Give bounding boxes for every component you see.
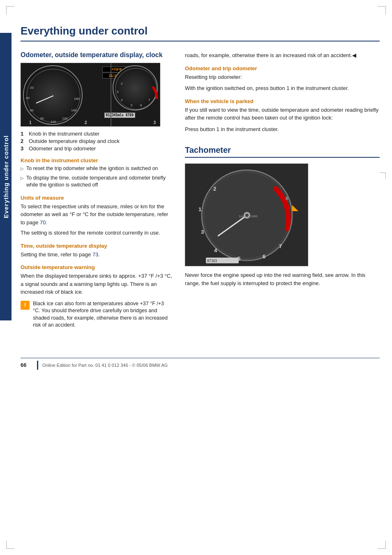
subsection-heading-time: Time, outside temperature display xyxy=(21,243,173,249)
crop-mark-br xyxy=(378,541,386,549)
odo-body1: Resetting trip odometer: xyxy=(185,73,380,81)
numbered-items-list: 1 Knob in the instrument cluster 2 Outsi… xyxy=(21,131,173,152)
numbered-item-2: 2 Outside temperature display and clock xyxy=(21,138,173,144)
svg-text:60: 60 xyxy=(30,108,34,112)
subsection-heading-outside-temp: Outside temperature warning xyxy=(21,264,173,270)
triangle-icon-1: ▷ xyxy=(21,166,24,173)
svg-text:140: 140 xyxy=(71,108,77,112)
numbered-item-3: 3 Odometer and trip odometer xyxy=(21,145,173,152)
instrument-cluster-image: 20 40 60 80 100 120 140 160 +74°F xyxy=(21,63,160,127)
page-title: Everything under control xyxy=(21,25,380,41)
triangle-icon-2: ▷ xyxy=(21,175,24,189)
speedo-svg: 20 40 60 80 100 120 140 160 xyxy=(24,66,83,125)
item-text-1: Knob in the instrument cluster xyxy=(29,131,99,137)
footer-divider xyxy=(37,361,38,370)
left-column: Odometer, outside temperature display, c… xyxy=(21,51,173,329)
tachometer-heading: Tachometer xyxy=(185,145,380,158)
image-divider xyxy=(111,63,111,126)
item-text-3: Odometer and trip odometer xyxy=(29,145,96,152)
units-page-link[interactable]: 70 xyxy=(40,219,46,226)
svg-text:3: 3 xyxy=(117,90,119,94)
label-2: 2 xyxy=(85,120,87,125)
svg-text:4: 4 xyxy=(214,247,217,253)
tachometer-gauge-small: 2 3 4 5 6 7 xyxy=(113,65,158,111)
warning-box: ! Black ice can also form at temperature… xyxy=(21,300,173,329)
tachometer-svg: 2 1 3 4 5 6 7 8 1/min x 1000 xyxy=(185,164,308,266)
svg-text:6: 6 xyxy=(140,104,142,107)
svg-text:07163: 07163 xyxy=(207,259,217,263)
section-heading-odometer: Odometer, outside temperature display, c… xyxy=(21,51,173,59)
side-tab-text: Everything under control xyxy=(2,135,9,218)
subsection-heading-odo: Odometer and trip odometer xyxy=(185,65,380,71)
subsection-heading-knob: Knob in the instrument cluster xyxy=(21,157,173,164)
time-page-link[interactable]: 73 xyxy=(92,251,98,258)
crop-mark-tl xyxy=(6,6,14,14)
svg-line-9 xyxy=(36,96,53,103)
tachometer-body: Never force the engine speed up into the… xyxy=(185,271,380,287)
svg-text:160: 160 xyxy=(74,97,80,101)
svg-point-10 xyxy=(115,68,157,109)
crop-mark-tr xyxy=(378,6,386,14)
tacho-small-svg: 2 3 4 5 6 7 xyxy=(113,66,159,111)
time-body: Setting the time, refer to page 73. xyxy=(21,251,173,259)
knob-bullets: ▷ To reset the trip odometer while the i… xyxy=(21,165,173,189)
svg-point-32 xyxy=(245,214,249,217)
svg-text:2: 2 xyxy=(121,82,123,85)
page-number: 66 xyxy=(21,362,33,368)
knob-bullet-1: ▷ To reset the trip odometer while the i… xyxy=(21,165,173,173)
numbered-item-1: 1 Knob in the instrument cluster xyxy=(21,131,173,137)
knob-bullet-text-2: To display the time, outside temperature… xyxy=(26,175,173,189)
svg-text:3: 3 xyxy=(201,229,204,235)
item-num-2: 2 xyxy=(21,138,26,144)
page-content: Everything under control Odometer, outsi… xyxy=(21,0,380,345)
page-footer: 66 Online Edition for Part no. 01 41 0 0… xyxy=(21,358,380,370)
units-body: To select the respective units of measur… xyxy=(21,203,173,227)
svg-text:40: 40 xyxy=(26,96,30,100)
knob-bullet-text-1: To reset the trip odometer while the ign… xyxy=(26,165,158,173)
right-column: roads, for example, otherwise there is a… xyxy=(185,51,380,329)
svg-text:7: 7 xyxy=(279,243,282,249)
intro-text: roads, for example, otherwise there is a… xyxy=(185,51,380,60)
warning-text: Black ice can also form at temperatures … xyxy=(33,300,173,329)
item-num-1: 1 xyxy=(21,131,26,137)
crop-mark-bl xyxy=(6,541,14,549)
svg-text:2: 2 xyxy=(213,186,216,192)
svg-text:5: 5 xyxy=(131,104,133,107)
tachometer-section: Tachometer 2 1 3 4 xyxy=(185,145,380,287)
side-tab: Everything under control xyxy=(0,33,12,320)
odometer-display: 012345mls 6789 xyxy=(104,113,135,118)
speedometer-gauge: 20 40 60 80 100 120 140 160 xyxy=(23,65,83,125)
odo-body2: With the ignition switched on, press but… xyxy=(185,84,380,92)
svg-text:4: 4 xyxy=(121,98,123,102)
svg-text:20: 20 xyxy=(30,86,34,90)
svg-text:7: 7 xyxy=(148,98,150,102)
item-num-3: 3 xyxy=(21,145,26,152)
outside-temp-body: When the displayed temperature sinks to … xyxy=(21,272,173,296)
item-text-2: Outside temperature display and clock xyxy=(29,138,120,144)
svg-text:100: 100 xyxy=(51,120,56,124)
label-1: 1 xyxy=(29,120,32,125)
svg-text:120: 120 xyxy=(62,117,68,120)
knob-bullet-2: ▷ To display the time, outside temperatu… xyxy=(21,175,173,189)
warning-icon: ! xyxy=(21,301,30,310)
svg-text:1: 1 xyxy=(198,206,201,212)
label-3: 3 xyxy=(153,120,156,125)
crop-mark-mid-r xyxy=(380,173,386,179)
svg-text:8: 8 xyxy=(286,196,288,201)
svg-text:80: 80 xyxy=(40,117,44,120)
footer-text: Online Edition for Part no. 01 41 0 012 … xyxy=(42,363,168,368)
two-column-layout: Odometer, outside temperature display, c… xyxy=(21,51,380,329)
tachometer-image: 2 1 3 4 5 6 7 8 1/min x 1000 xyxy=(185,164,308,266)
svg-text:6: 6 xyxy=(263,253,265,260)
subsection-heading-parked: When the vehicle is parked xyxy=(185,98,380,104)
subsection-heading-units: Units of measure xyxy=(21,195,173,201)
parked-body2: Press button 1 in the instrument cluster… xyxy=(185,125,380,134)
units-body2: The setting is stored for the remote con… xyxy=(21,229,173,237)
parked-body1: If you still want to view the time, outs… xyxy=(185,106,380,122)
